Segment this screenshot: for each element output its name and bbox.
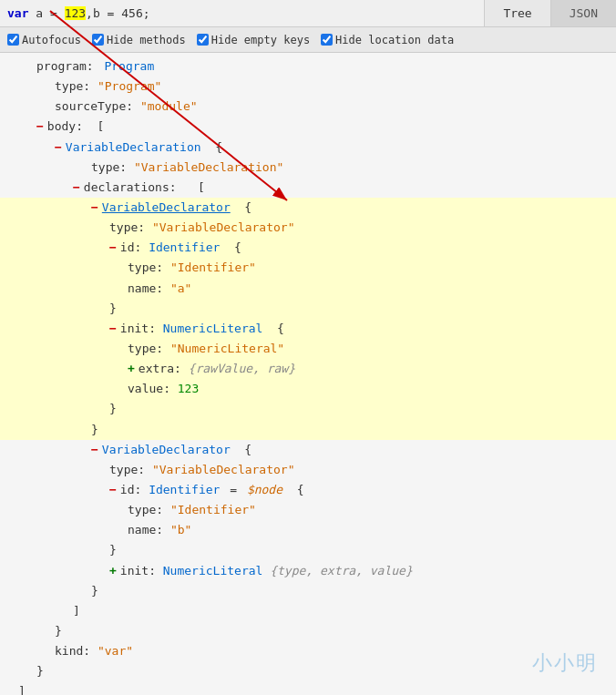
var-a: a	[36, 6, 43, 20]
code-snippet: var a = 123 ,b = 456;	[0, 0, 484, 26]
tree-row: type: "Identifier"	[0, 500, 616, 520]
tree-row: ]	[0, 681, 616, 695]
hide-location-data-checkbox[interactable]: Hide location data	[321, 34, 454, 46]
tree-row: }	[0, 399, 616, 419]
tree-row: + init: NumericLiteral {type, extra, val…	[0, 561, 616, 581]
tree-row: − init: NumericLiteral {	[0, 319, 616, 339]
tree-row: type: "NumericLiteral"	[0, 339, 616, 359]
tree-row: name: "b"	[0, 520, 616, 540]
tree-row: − id: Identifier = $node {	[0, 480, 616, 500]
tree-row: kind: "var"	[0, 641, 616, 661]
tree-row: name: "a"	[0, 279, 616, 299]
autofocus-checkbox[interactable]: Autofocus	[7, 34, 81, 46]
tree-row: ]	[0, 601, 616, 621]
tree-row: − body: [	[0, 117, 616, 137]
toolbar: Autofocus Hide methods Hide empty keys H…	[0, 27, 616, 53]
tree-row: sourceType: "module"	[0, 97, 616, 117]
tree-row: type: "VariableDeclaration"	[0, 158, 616, 178]
tree-row: value: 123	[0, 379, 616, 399]
tree-content: program: Program type: "Program" sourceT…	[0, 53, 616, 695]
keyword-var: var	[7, 6, 28, 20]
tree-row: + extra: {rawValue, raw}	[0, 359, 616, 379]
val-456: 456;	[121, 6, 149, 20]
tree-row: }	[0, 581, 616, 601]
top-bar: var a = 123 ,b = 456; Tree JSON	[0, 0, 616, 27]
tree-row: }	[0, 420, 616, 440]
tree-row-highlighted: − VariableDeclarator {	[0, 198, 616, 218]
tree-row: − declarations: [	[0, 178, 616, 198]
tree-row: − VariableDeclaration {	[0, 138, 616, 158]
tree-row: − VariableDeclarator {	[0, 440, 616, 460]
tree-row: − id: Identifier {	[0, 238, 616, 258]
tree-row: }	[0, 661, 616, 681]
tree-row: }	[0, 299, 616, 319]
hide-empty-keys-checkbox[interactable]: Hide empty keys	[197, 34, 310, 46]
tab-tree[interactable]: Tree	[484, 0, 549, 26]
val-123: 123	[65, 6, 86, 20]
tab-json[interactable]: JSON	[550, 0, 616, 26]
hide-methods-checkbox[interactable]: Hide methods	[92, 34, 186, 46]
tree-row: program: Program	[0, 56, 616, 77]
tree-row: type: "Program"	[0, 77, 616, 97]
tree-row: type: "Identifier"	[0, 258, 616, 278]
tree-row: }	[0, 621, 616, 641]
tab-bar: Tree JSON	[484, 0, 616, 26]
tree-row: }	[0, 540, 616, 560]
tree-row: type: "VariableDeclarator"	[0, 218, 616, 238]
tree-row: type: "VariableDeclarator"	[0, 460, 616, 480]
